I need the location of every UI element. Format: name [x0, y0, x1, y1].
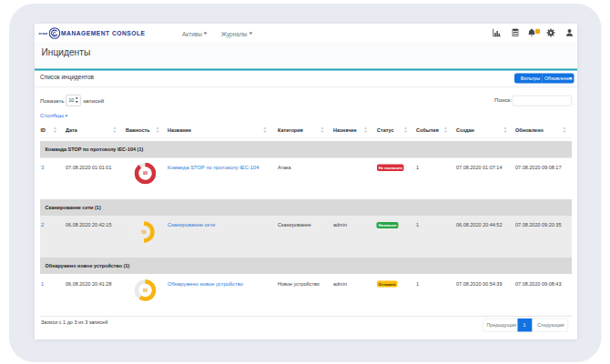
- svg-text:60: 60: [143, 288, 148, 293]
- svg-text:50: 50: [141, 230, 147, 235]
- svg-text:90: 90: [143, 171, 148, 176]
